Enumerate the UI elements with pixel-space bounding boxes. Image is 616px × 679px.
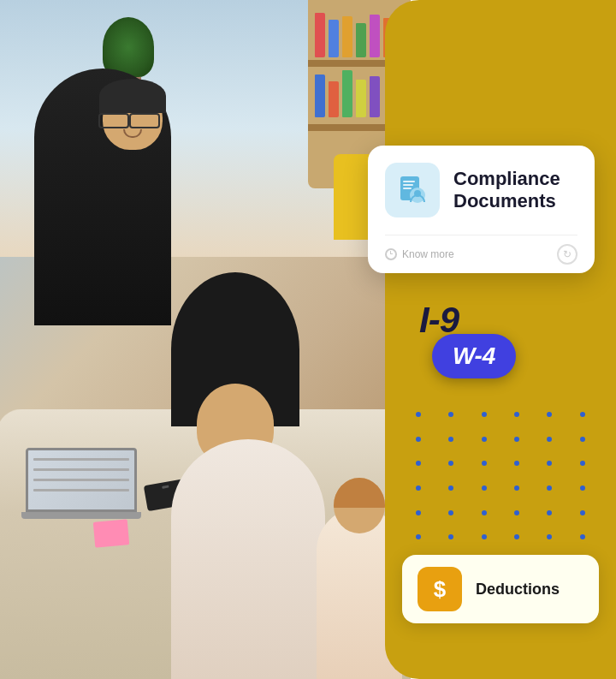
book — [329, 20, 339, 57]
dot — [580, 412, 585, 417]
laptop — [26, 448, 137, 525]
deductions-icon-wrapper: $ — [418, 567, 462, 611]
dot — [547, 510, 552, 515]
dot — [514, 461, 519, 466]
dot — [482, 534, 487, 539]
deductions-label: Deductions — [476, 581, 560, 599]
scene: I-9 W-4 $ Deductions — [0, 0, 616, 679]
dot — [416, 412, 421, 417]
dot — [482, 437, 487, 442]
card-footer-text: Know more — [385, 248, 454, 260]
dot — [547, 461, 552, 466]
w4-badge[interactable]: W-4 — [432, 334, 516, 378]
screen-line — [33, 458, 129, 461]
book — [342, 70, 352, 117]
dot — [514, 485, 519, 491]
dot — [514, 437, 519, 442]
foreground-person — [154, 379, 342, 679]
book — [370, 15, 380, 57]
books-row-2 — [315, 70, 380, 117]
card-footer: Know more ↻ — [385, 235, 578, 273]
card-header: Compliance Documents — [385, 163, 578, 217]
right-person-head — [334, 478, 385, 533]
photo-background — [0, 0, 411, 679]
dot — [580, 437, 585, 442]
dot — [416, 534, 421, 539]
foreground-body — [171, 439, 325, 679]
dot — [580, 461, 585, 466]
dot — [448, 412, 453, 417]
dot — [482, 510, 487, 515]
dot — [547, 485, 552, 491]
svg-rect-1 — [403, 181, 415, 182]
book — [315, 74, 325, 117]
dot — [448, 437, 453, 442]
book — [329, 81, 339, 117]
book — [342, 16, 352, 57]
deductions-card[interactable]: $ Deductions — [402, 555, 599, 623]
svg-rect-2 — [403, 184, 413, 186]
dot — [580, 534, 585, 539]
dot — [448, 534, 453, 539]
book — [356, 80, 366, 117]
sticky-note — [93, 519, 129, 547]
right-person-hair — [334, 478, 385, 508]
plant-leaves — [103, 17, 154, 77]
right-panel: I-9 W-4 $ Deductions — [385, 0, 616, 679]
dot — [416, 485, 421, 491]
screen-line — [33, 468, 129, 471]
dollar-sign-icon: $ — [434, 576, 446, 603]
dot — [448, 461, 453, 466]
dot — [580, 510, 585, 515]
dot — [547, 437, 552, 442]
dot — [580, 485, 585, 491]
smile — [123, 129, 142, 138]
dot — [547, 412, 552, 417]
dot — [482, 412, 487, 417]
hair — [99, 79, 166, 113]
photo-inner — [0, 0, 411, 679]
dot — [482, 485, 487, 491]
dot — [416, 510, 421, 515]
book — [370, 76, 380, 117]
dot — [514, 412, 519, 417]
book — [315, 13, 325, 57]
laptop-screen — [26, 448, 137, 512]
screen-line — [33, 479, 129, 481]
dot — [448, 510, 453, 515]
compliance-card[interactable]: Compliance Documents Know more ↻ — [368, 146, 595, 273]
books-row-1 — [315, 10, 394, 57]
glasses-icon — [98, 113, 167, 127]
compliance-icon-wrapper — [385, 163, 440, 217]
dot — [514, 534, 519, 539]
svg-rect-3 — [403, 188, 412, 189]
clock-icon — [385, 248, 397, 260]
dot — [416, 437, 421, 442]
dot — [448, 485, 453, 491]
card-title: Compliance Documents — [453, 168, 560, 213]
dot — [547, 534, 552, 539]
card-title-block: Compliance Documents — [453, 168, 560, 213]
dot-grid — [402, 402, 599, 574]
book — [356, 23, 366, 57]
dot — [482, 461, 487, 466]
background-person-body — [34, 68, 171, 325]
dot — [416, 461, 421, 466]
dot — [514, 510, 519, 515]
refresh-icon[interactable]: ↻ — [557, 244, 578, 265]
laptop-base — [21, 512, 141, 519]
screen-line — [33, 489, 129, 491]
compliance-documents-icon — [395, 173, 429, 207]
